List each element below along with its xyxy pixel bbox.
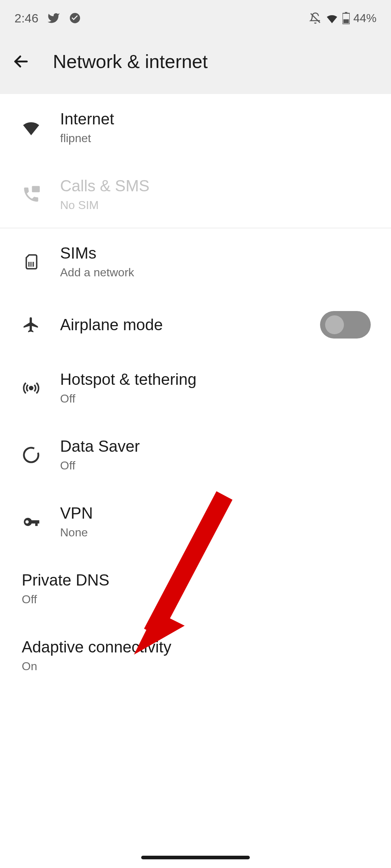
row-title: Data Saver [60, 437, 371, 455]
gesture-nav-bar[interactable] [141, 856, 250, 859]
header: Network & internet [0, 36, 391, 94]
phone-message-icon [20, 184, 42, 205]
row-title: Calls & SMS [60, 177, 371, 195]
row-subtitle: Off [22, 593, 371, 606]
row-airplane-mode[interactable]: Airplane mode [0, 295, 391, 354]
toggle-knob [325, 315, 344, 334]
notifications-off-icon [309, 12, 321, 24]
row-subtitle: Off [60, 392, 371, 405]
twitter-icon [47, 12, 60, 25]
data-saver-icon [20, 444, 42, 466]
row-subtitle: None [60, 526, 371, 539]
arrow-left-icon [12, 53, 30, 70]
row-subtitle: On [22, 660, 371, 673]
row-subtitle: Off [60, 459, 371, 472]
row-title: Airplane mode [60, 316, 302, 334]
page-title: Network & internet [53, 51, 208, 72]
sim-card-icon [20, 251, 42, 273]
row-subtitle: No SIM [60, 199, 371, 212]
wifi-icon [20, 117, 42, 139]
row-title: VPN [60, 504, 371, 522]
svg-point-11 [30, 386, 33, 389]
status-time: 2:46 [14, 11, 38, 25]
row-vpn[interactable]: VPN None [0, 488, 391, 555]
row-title: SIMs [60, 244, 371, 262]
hotspot-icon [20, 377, 42, 399]
vpn-key-icon [20, 511, 42, 533]
wifi-icon [325, 11, 339, 25]
checkmark-circle-icon [69, 12, 81, 24]
battery-percent: 44% [353, 12, 377, 25]
battery-icon [342, 12, 350, 24]
row-data-saver[interactable]: Data Saver Off [0, 421, 391, 488]
row-hotspot[interactable]: Hotspot & tethering Off [0, 354, 391, 421]
row-private-dns[interactable]: Private DNS Off [0, 555, 391, 622]
status-bar: 2:46 44% [0, 0, 391, 36]
svg-rect-6 [32, 186, 40, 192]
svg-rect-3 [345, 12, 348, 13]
row-sims[interactable]: SIMs Add a network [0, 228, 391, 295]
airplane-icon [20, 314, 42, 336]
settings-list: Internet flipnet Calls & SMS No SIM SIMs… [0, 94, 391, 689]
airplane-mode-toggle[interactable] [320, 311, 371, 339]
row-title: Hotspot & tethering [60, 370, 371, 388]
row-title: Internet [60, 110, 371, 128]
row-calls-sms: Calls & SMS No SIM [0, 161, 391, 228]
back-button[interactable] [11, 51, 31, 72]
row-internet[interactable]: Internet flipnet [0, 94, 391, 161]
row-title: Private DNS [22, 571, 371, 589]
row-subtitle: flipnet [60, 132, 371, 145]
row-adaptive-connectivity[interactable]: Adaptive connectivity On [0, 622, 391, 689]
row-subtitle: Add a network [60, 266, 371, 279]
row-title: Adaptive connectivity [22, 638, 371, 656]
svg-rect-4 [343, 19, 349, 23]
